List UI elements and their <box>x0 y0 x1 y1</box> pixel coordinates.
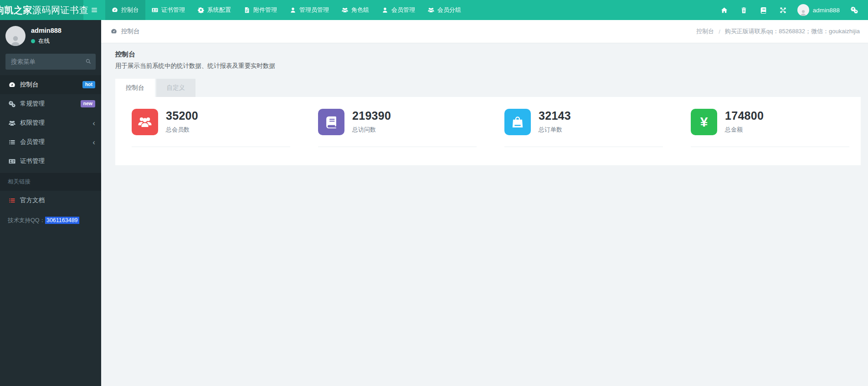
sidebar-toggle-button[interactable] <box>83 0 105 20</box>
content: 控制台 用于展示当前系统中的统计数据、统计报表及重要实时数据 控制台 自定义 3… <box>101 43 868 165</box>
nav-item-system-config[interactable]: 系统配置 <box>191 0 237 20</box>
divider <box>691 147 849 147</box>
content-topbar: 控制台 控制台 / 购买正版请联系qq：85268832；微信：goukaizh… <box>101 20 868 43</box>
sidebar-section-header: 相关链接 <box>0 173 101 191</box>
user-icon <box>290 7 296 13</box>
nav-item-certificates[interactable]: 证书管理 <box>145 0 191 20</box>
yen-icon: ¥ <box>691 109 717 135</box>
breadcrumb-page[interactable]: 控制台 <box>696 27 714 36</box>
sidebar-item-official-docs[interactable]: 官方文档 <box>0 191 101 210</box>
sidebar-item-label: 官方文档 <box>20 196 45 204</box>
id-card-icon <box>152 7 158 13</box>
search-input[interactable] <box>5 54 96 70</box>
nav-item-role-groups[interactable]: 角色组 <box>335 0 375 20</box>
nav-item-member-groups[interactable]: 会员分组 <box>421 0 467 20</box>
nav-item-dashboard[interactable]: 控制台 <box>105 0 145 20</box>
list-icon <box>8 197 16 204</box>
username-label: admin888 <box>813 7 840 14</box>
id-card-icon <box>8 158 16 165</box>
nav-item-admins[interactable]: 管理员管理 <box>283 0 335 20</box>
sidebar-item-certificates[interactable]: 证书管理 <box>0 152 101 171</box>
divider <box>504 147 663 147</box>
users-icon <box>428 7 434 13</box>
online-dot-icon <box>31 39 35 43</box>
home-icon[interactable] <box>714 0 734 20</box>
stat-card-members: 35200 总会员数 <box>115 109 302 147</box>
cogs-icon <box>8 101 16 107</box>
avatar <box>5 26 26 46</box>
logo-rest-text: 源码网证书查 <box>32 4 88 16</box>
sidebar-item-label: 会员管理 <box>20 138 45 146</box>
log-icon[interactable] <box>754 0 773 20</box>
stat-card-amount: ¥ 174800 总金额 <box>674 109 861 147</box>
logo-bold-text: 狗凯之家 <box>0 4 32 16</box>
current-page-label: 控制台 <box>121 27 140 36</box>
user-icon <box>382 7 388 13</box>
gauge-icon <box>111 28 117 35</box>
shopping-bag-icon <box>504 109 531 135</box>
support-qq: 技术支持QQ：3061163489 <box>0 210 101 231</box>
nav-item-label: 管理员管理 <box>299 6 329 14</box>
stats-panel: 35200 总会员数 219390 总访问数 <box>115 97 861 165</box>
top-nav-menu: 控制台 证书管理 系统配置 附件管理 管理员管理 角色组 会员管理 会员分组 <box>105 0 467 20</box>
nav-item-label: 会员分组 <box>437 6 461 14</box>
hot-badge: hot <box>82 81 95 89</box>
nav-item-members[interactable]: 会员管理 <box>375 0 421 20</box>
yen-glyph: ¥ <box>700 115 708 129</box>
nav-item-label: 控制台 <box>121 6 139 14</box>
user-menu[interactable]: admin888 <box>793 0 844 20</box>
stat-value: 32143 <box>539 109 571 122</box>
chevron-left-icon: ‹ <box>92 138 95 146</box>
breadcrumb: 控制台 / 购买正版请联系qq：85268832；微信：goukaizhijia <box>696 27 860 36</box>
stat-label: 总金额 <box>725 126 764 134</box>
sidebar-search <box>5 54 96 70</box>
app-logo: 狗凯之家源码网证书查 <box>0 0 83 20</box>
stat-card-visits: 219390 总访问数 <box>302 109 488 147</box>
tab-dashboard[interactable]: 控制台 <box>115 79 155 97</box>
list-icon <box>8 139 16 146</box>
current-page: 控制台 <box>111 27 140 36</box>
gauge-icon <box>112 7 118 13</box>
trash-icon[interactable] <box>734 0 754 20</box>
gear-icon <box>198 7 204 13</box>
divider <box>132 147 290 147</box>
users-icon <box>132 109 158 135</box>
support-qq-label: 技术支持QQ： <box>8 217 45 223</box>
sidebar: admin888 在线 控制台 hot 常规管理 new 权限管理 ‹ 会员管理… <box>0 20 101 386</box>
stat-label: 总订单数 <box>539 126 571 134</box>
page-subtitle: 用于展示当前系统中的统计数据、统计报表及重要实时数据 <box>115 62 861 70</box>
avatar <box>797 4 809 16</box>
breadcrumb-note: 购买正版请联系qq：85268832；微信：goukaizhijia <box>725 27 860 36</box>
page-title: 控制台 <box>115 50 861 59</box>
book-icon <box>318 109 344 135</box>
file-icon <box>244 7 250 13</box>
nav-item-label: 角色组 <box>351 6 369 14</box>
online-status: 在线 <box>31 37 62 45</box>
stat-value: 219390 <box>352 109 391 122</box>
new-badge: new <box>81 100 95 108</box>
sidebar-item-label: 常规管理 <box>20 100 45 108</box>
sidebar-item-label: 权限管理 <box>20 119 45 127</box>
sidebar-item-label: 控制台 <box>20 81 39 89</box>
sidebar-item-dashboard[interactable]: 控制台 hot <box>0 75 101 94</box>
tab-custom[interactable]: 自定义 <box>156 79 196 97</box>
stat-value: 174800 <box>725 109 764 122</box>
stat-card-orders: 32143 总订单数 <box>488 109 674 147</box>
navbar-right-tools: admin888 <box>714 0 868 20</box>
hamburger-icon <box>91 6 98 14</box>
sidebar-item-members[interactable]: 会员管理 ‹ <box>0 132 101 152</box>
online-status-label: 在线 <box>38 37 50 45</box>
nav-item-attachments[interactable]: 附件管理 <box>237 0 283 20</box>
fullscreen-icon[interactable] <box>773 0 793 20</box>
chevron-left-icon: ‹ <box>92 119 95 127</box>
main-area: 控制台 控制台 / 购买正版请联系qq：85268832；微信：goukaizh… <box>101 0 868 165</box>
sidebar-item-general[interactable]: 常规管理 new <box>0 94 101 113</box>
nav-item-label: 附件管理 <box>253 6 277 14</box>
top-navbar: 狗凯之家源码网证书查 控制台 证书管理 系统配置 附件管理 管理员管理 角色组 … <box>0 0 868 20</box>
sidebar-user-panel: admin888 在线 <box>0 20 101 51</box>
gauge-icon <box>8 81 16 88</box>
sidebar-item-permissions[interactable]: 权限管理 ‹ <box>0 113 101 132</box>
users-icon <box>8 120 16 127</box>
search-icon[interactable] <box>85 58 92 65</box>
cogs-icon[interactable] <box>844 0 864 20</box>
